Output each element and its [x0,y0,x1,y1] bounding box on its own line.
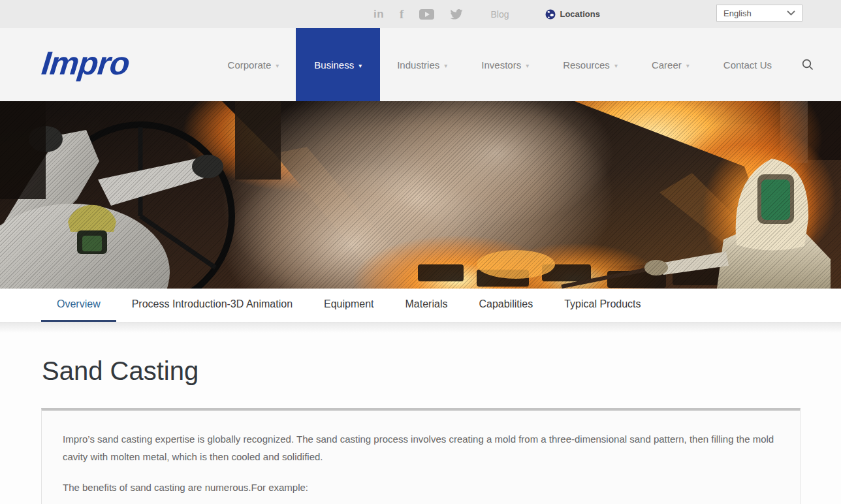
language-select[interactable]: English [716,5,802,22]
tabbar-shadow [0,323,841,333]
twitter-icon[interactable] [450,9,463,20]
nav-item-investors[interactable]: Investors ▾ [464,28,546,101]
overview-paragraph-1: Impro’s sand casting expertise is global… [63,430,779,465]
main-content: Sand Casting Impro’s sand casting expert… [0,356,841,504]
search-button[interactable] [789,28,817,101]
nav-item-business[interactable]: Business ▾ [296,28,380,101]
site-header: Impro Corporate ▾ Business ▾ Industries … [0,28,841,101]
linkedin-icon[interactable]: in [373,8,384,21]
overview-content-box: Impro’s sand casting expertise is global… [41,408,801,504]
nav-label: Career [652,59,682,71]
tab-process-introduction-3d-animation[interactable]: Process Introduction-3D Animation [116,289,308,322]
chevron-down-icon: ▾ [686,62,690,69]
chevron-down-icon: ▾ [358,62,362,69]
youtube-icon[interactable] [419,9,434,20]
tab-materials[interactable]: Materials [390,289,464,322]
nav-label: Business [314,59,354,71]
tab-capabilities[interactable]: Capabilities [463,289,548,322]
locations-link[interactable]: Locations [545,9,599,20]
nav-item-career[interactable]: Career ▾ [635,28,706,101]
nav-label: Resources [563,59,610,71]
nav-label: Industries [397,59,439,71]
language-selected-value: English [723,8,787,18]
overview-paragraph-2: The benefits of sand casting are numerou… [63,479,779,496]
tab-typical-products[interactable]: Typical Products [548,289,656,322]
social-links: in f Blog Locations [373,0,600,28]
nav-item-industries[interactable]: Industries ▾ [380,28,464,101]
chevron-down-icon: ▾ [526,62,529,69]
chevron-down-icon: ▾ [614,62,618,69]
chevron-down-icon: ▾ [444,62,447,69]
search-icon [802,59,814,71]
locations-label: Locations [560,9,599,19]
page-title: Sand Casting [42,356,841,386]
tab-overview[interactable]: Overview [41,289,116,322]
hero-image-foundry [0,101,841,289]
nav-item-resources[interactable]: Resources ▾ [546,28,635,101]
facebook-icon[interactable]: f [400,7,404,22]
chevron-down-icon [787,10,795,16]
nav-label: Investors [481,59,521,71]
main-nav: Corporate ▾ Business ▾ Industries ▾ Inve… [211,28,817,101]
nav-item-corporate[interactable]: Corporate ▾ [211,28,296,101]
globe-icon [545,9,556,20]
tab-equipment[interactable]: Equipment [308,289,390,322]
nav-label: Corporate [228,59,272,71]
section-tabs: Overview Process Introduction-3D Animati… [0,289,841,323]
nav-item-contact-us[interactable]: Contact Us [706,28,789,101]
blog-link[interactable]: Blog [490,9,509,20]
impro-logo[interactable]: Impro [40,44,131,82]
top-bar: in f Blog Locations English [0,0,841,28]
chevron-down-icon: ▾ [276,62,279,69]
nav-label: Contact Us [723,59,772,71]
